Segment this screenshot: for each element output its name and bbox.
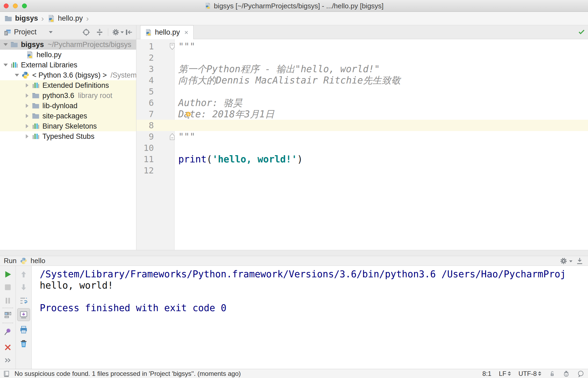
tree-item-typeshed-stubs[interactable]: Typeshed Stubs — [0, 131, 136, 141]
editor-line-12: 12 — [136, 165, 588, 176]
header-separator — [108, 28, 108, 36]
panel-divider[interactable] — [0, 250, 588, 256]
code-segment: ( — [206, 154, 212, 165]
tree-item-label: External Libraries — [21, 61, 77, 69]
run-tool-window: /System/Library/Frameworks/Python.framew… — [0, 266, 588, 369]
line-separator-widget[interactable]: LF — [499, 370, 511, 377]
code-text[interactable]: """ — [175, 41, 195, 52]
highlighting-level-icon[interactable] — [563, 370, 570, 377]
tool-window-switcher-icon[interactable] — [3, 370, 10, 377]
collapse-all-button[interactable] — [96, 28, 104, 36]
breadcrumb-separator-icon: › — [86, 14, 89, 23]
tree-item-extended-definitions[interactable]: Extended Definitions — [0, 80, 136, 90]
fold-region-start-icon[interactable] — [169, 43, 175, 50]
tree-item-hello.py[interactable]: hello.py — [0, 50, 136, 60]
line-number[interactable]: 6 — [136, 97, 175, 108]
line-number[interactable]: 5 — [136, 86, 175, 97]
tree-item-bigsys[interactable]: bigsys~/PycharmProjects/bigsys — [0, 39, 136, 50]
line-number[interactable]: 1 — [136, 41, 175, 52]
code-text[interactable] — [175, 165, 178, 176]
line-number[interactable]: 9 — [136, 131, 175, 142]
chevron-down-icon[interactable] — [49, 31, 53, 33]
breadcrumb-project[interactable]: bigsys — [15, 14, 38, 23]
code-text[interactable]: Author: 骆昊 — [175, 97, 242, 108]
caret-position-widget[interactable]: 8:1 — [482, 370, 491, 377]
chevron-down-icon — [3, 43, 8, 46]
clear-console-button[interactable] — [19, 339, 28, 348]
tree-item-python-3.6-bigsys[interactable]: < Python 3.6 (bigsys) >/System — [0, 70, 136, 80]
expand-arrow-icon[interactable] — [24, 134, 31, 139]
close-button[interactable] — [3, 343, 12, 352]
code-text[interactable]: 第一个Python程序 - 输出"hello, world!" — [175, 63, 380, 75]
code-text[interactable]: 向伟大的Dennis MacAlistair Ritchie先生致敬 — [175, 75, 401, 86]
code-text[interactable] — [175, 120, 178, 131]
hide-tool-window-icon[interactable] — [576, 257, 584, 265]
editor-line-5: 5 — [136, 86, 588, 97]
line-number[interactable]: 8 — [136, 120, 175, 131]
chevron-right-icon — [26, 124, 28, 128]
hide-panel-button[interactable] — [125, 28, 133, 36]
line-number[interactable]: 11 — [136, 154, 175, 165]
tree-item-site-packages[interactable]: site-packages — [0, 111, 136, 121]
restore-layout-button[interactable] — [3, 311, 12, 319]
next-occurrence-button[interactable] — [19, 283, 28, 292]
more-actions-icon[interactable] — [3, 356, 12, 365]
chevron-right-icon — [26, 114, 28, 118]
breadcrumb-file[interactable]: hello.py — [58, 14, 83, 23]
tree-item-binary-skeletons[interactable]: Binary Skeletons — [0, 121, 136, 131]
chevron-right-icon — [26, 83, 28, 88]
tree-item-lib-dynload[interactable]: lib-dynload — [0, 101, 136, 111]
readonly-lock-icon[interactable] — [549, 370, 555, 377]
status-bar: No suspicious code found. 1 files proces… — [0, 369, 588, 378]
line-number[interactable]: 3 — [136, 63, 175, 75]
console-line — [40, 291, 588, 302]
expand-arrow-icon[interactable] — [2, 43, 9, 46]
expand-arrow-icon[interactable] — [2, 64, 9, 66]
expand-arrow-icon[interactable] — [13, 74, 20, 77]
project-header[interactable]: Project — [0, 25, 136, 39]
gear-icon[interactable] — [112, 28, 120, 36]
expand-arrow-icon[interactable] — [24, 124, 31, 128]
line-number[interactable]: 2 — [136, 52, 175, 63]
close-tab-icon[interactable] — [184, 30, 189, 35]
code-text[interactable]: print('hello, world!') — [175, 154, 303, 165]
code-text[interactable] — [175, 86, 178, 97]
tree-item-external-libraries[interactable]: External Libraries — [0, 60, 136, 70]
event-log-icon[interactable] — [577, 370, 584, 377]
tab-hello-py[interactable]: hello.py — [140, 25, 194, 39]
main-toolbar: bigsys › hello.py › hello — [0, 12, 588, 25]
select-opened-file-button[interactable] — [82, 28, 90, 36]
expand-arrow-icon[interactable] — [24, 104, 31, 108]
rerun-button[interactable] — [3, 270, 12, 279]
soft-wrap-button[interactable] — [19, 296, 28, 305]
pin-tab-button[interactable] — [3, 328, 12, 336]
code-text[interactable]: """ — [175, 131, 195, 142]
code-text[interactable] — [175, 142, 178, 154]
run-tool-window-header[interactable]: Run hello — [0, 256, 588, 266]
line-number[interactable]: 4 — [136, 75, 175, 86]
code-segment: ) — [297, 154, 303, 165]
run-console[interactable]: /System/Library/Frameworks/Python.framew… — [32, 266, 588, 369]
tree-item-python3.6[interactable]: python3.6library root — [0, 90, 136, 101]
line-number[interactable]: 12 — [136, 165, 175, 176]
editor-line-7: 7Date: 2018年3月1日 — [136, 108, 588, 120]
library-icon — [10, 61, 18, 69]
project-header-title: Project — [14, 28, 37, 36]
scroll-to-end-button-selected[interactable] — [17, 308, 30, 321]
editor-line-1: 1""" — [136, 41, 588, 52]
expand-arrow-icon[interactable] — [24, 93, 31, 98]
expand-arrow-icon[interactable] — [24, 83, 31, 88]
editor-content[interactable]: 1"""23第一个Python程序 - 输出"hello, world!"4向伟… — [136, 39, 588, 250]
prev-occurrence-button[interactable] — [19, 270, 28, 279]
gear-icon[interactable] — [560, 257, 568, 265]
print-button[interactable] — [19, 325, 28, 334]
code-text[interactable] — [175, 52, 178, 63]
stop-button-disabled — [3, 283, 12, 292]
line-number[interactable]: 10 — [136, 142, 175, 154]
fold-region-end-icon[interactable] — [169, 133, 175, 140]
expand-arrow-icon[interactable] — [24, 114, 31, 118]
inspection-ok-icon[interactable] — [578, 28, 585, 35]
encoding-widget[interactable]: UTF-8 — [518, 370, 541, 377]
intention-bulb-icon[interactable] — [184, 111, 193, 119]
line-number[interactable]: 7 — [136, 108, 175, 120]
